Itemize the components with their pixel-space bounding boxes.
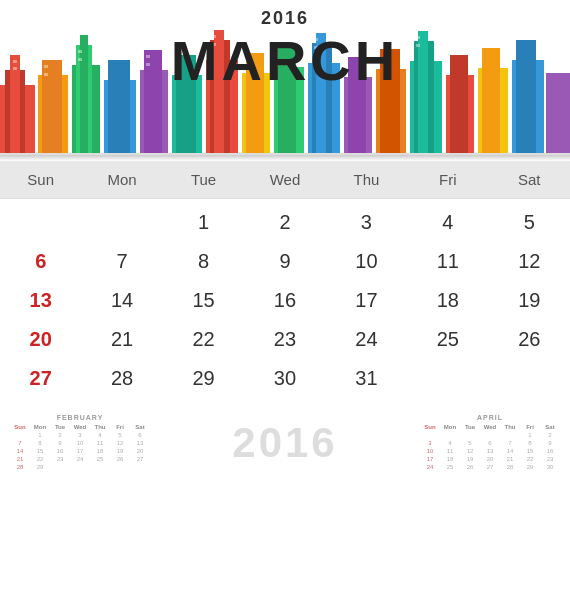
mini-day: 15 (30, 447, 50, 455)
mini-dow: Tue (50, 423, 70, 431)
mini-day: 9 (50, 439, 70, 447)
calendar-day: 20 (0, 320, 81, 359)
mini-day: 4 (90, 431, 110, 439)
mini-day: 3 (420, 439, 440, 447)
april-mini-calendar: APRILSunMonTueWedThuFriSat12345678910111… (420, 414, 560, 471)
mini-day (480, 431, 500, 439)
calendar-day: 3 (326, 203, 407, 242)
mini-day: 11 (440, 447, 460, 455)
mini-dow: Thu (500, 423, 520, 431)
dow-sun: Sun (0, 167, 81, 192)
calendar-day: 21 (81, 320, 162, 359)
calendar-day: 15 (163, 281, 244, 320)
mini-dow: Thu (90, 423, 110, 431)
svg-rect-30 (418, 31, 428, 155)
svg-rect-50 (416, 36, 420, 39)
year-watermark: 2016 (150, 419, 420, 467)
calendar-day: 6 (0, 242, 81, 281)
svg-rect-32 (450, 55, 468, 155)
svg-rect-9 (108, 60, 130, 155)
mini-dow: Wed (480, 423, 500, 431)
mini-day: 25 (90, 455, 110, 463)
mini-day (420, 431, 440, 439)
calendar-header: 2016 MARCH (0, 0, 570, 155)
mini-day: 1 (30, 431, 50, 439)
apr-mini-title: APRIL (420, 414, 560, 421)
mini-dow: Sat (540, 423, 560, 431)
mini-day: 2 (540, 431, 560, 439)
mini-day: 19 (110, 447, 130, 455)
apr-mini-grid: SunMonTueWedThuFriSat1234567891011121314… (420, 423, 560, 471)
mini-day: 4 (440, 439, 460, 447)
february-mini-calendar: FEBRUARYSunMonTueWedThuFriSat12345678910… (10, 414, 150, 471)
svg-rect-34 (482, 48, 500, 155)
mini-day: 28 (10, 463, 30, 471)
svg-rect-44 (146, 55, 150, 58)
calendar-day: 31 (326, 359, 407, 398)
mini-day (440, 431, 460, 439)
mini-day (110, 463, 130, 471)
calendar-day (81, 203, 162, 242)
mini-day: 23 (50, 455, 70, 463)
mini-day: 7 (10, 439, 30, 447)
svg-rect-42 (78, 50, 82, 53)
mini-day: 24 (420, 463, 440, 471)
mini-day (10, 431, 30, 439)
mini-day (500, 431, 520, 439)
mini-day: 26 (110, 455, 130, 463)
mini-day: 8 (30, 439, 50, 447)
mini-day: 3 (70, 431, 90, 439)
mini-day: 16 (50, 447, 70, 455)
mini-day: 26 (460, 463, 480, 471)
svg-rect-36 (516, 40, 536, 155)
mini-day: 2 (50, 431, 70, 439)
mini-day: 27 (480, 463, 500, 471)
calendar-day: 30 (244, 359, 325, 398)
mini-dow: Fri (520, 423, 540, 431)
mini-day: 6 (130, 431, 150, 439)
mini-day (50, 463, 70, 471)
calendar-day: 9 (244, 242, 325, 281)
mini-day: 1 (520, 431, 540, 439)
dow-wed: Wed (244, 167, 325, 192)
mini-day: 19 (460, 455, 480, 463)
mini-dow: Sun (10, 423, 30, 431)
svg-rect-38 (13, 60, 17, 63)
calendar-day: 1 (163, 203, 244, 242)
calendar-day: 27 (0, 359, 81, 398)
mini-dow: Tue (460, 423, 480, 431)
mini-day: 22 (30, 455, 50, 463)
calendar-grid: 1234567891011121314151617181920212223242… (0, 199, 570, 402)
dow-tue: Tue (163, 167, 244, 192)
dow-mon: Mon (81, 167, 162, 192)
month-label: MARCH (171, 28, 399, 93)
mini-day: 30 (540, 463, 560, 471)
mini-day: 13 (130, 439, 150, 447)
calendar-day: 11 (407, 242, 488, 281)
calendar-day (489, 359, 570, 398)
calendar-day: 10 (326, 242, 407, 281)
mini-day: 20 (130, 447, 150, 455)
mini-day: 17 (70, 447, 90, 455)
calendar-day: 12 (489, 242, 570, 281)
calendar-day: 14 (81, 281, 162, 320)
dow-fri: Fri (407, 167, 488, 192)
mini-day: 14 (500, 447, 520, 455)
bottom-section: FEBRUARYSunMonTueWedThuFriSat12345678910… (0, 406, 570, 471)
mini-day: 5 (110, 431, 130, 439)
mini-day: 13 (480, 447, 500, 455)
dow-sat: Sat (489, 167, 570, 192)
mini-day: 9 (540, 439, 560, 447)
calendar-day (407, 359, 488, 398)
mini-day: 21 (500, 455, 520, 463)
calendar-day: 19 (489, 281, 570, 320)
mini-day: 22 (520, 455, 540, 463)
days-of-week-header: Sun Mon Tue Wed Thu Fri Sat (0, 161, 570, 199)
mini-day: 11 (90, 439, 110, 447)
mini-day: 7 (500, 439, 520, 447)
year-label: 2016 (261, 8, 309, 29)
mini-day: 23 (540, 455, 560, 463)
svg-rect-45 (146, 63, 150, 66)
mini-dow: Fri (110, 423, 130, 431)
calendar-day (0, 203, 81, 242)
